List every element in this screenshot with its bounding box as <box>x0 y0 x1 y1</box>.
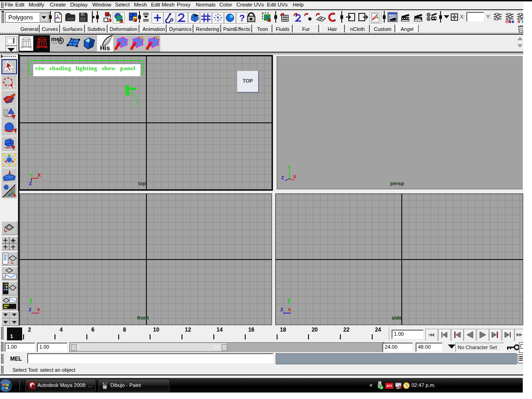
svg-text:z: z <box>280 306 284 313</box>
svg-text:x: x <box>37 306 41 313</box>
svg-text:x: x <box>293 173 296 180</box>
svg-text:z: z <box>29 180 32 187</box>
svg-text:?: ? <box>239 13 245 23</box>
svg-text:IPR: IPR <box>415 18 421 22</box>
svg-text:z: z <box>29 306 32 313</box>
svg-text:z: z <box>281 174 284 181</box>
svg-text:Y: Y <box>287 164 291 171</box>
svg-text:His: His <box>100 44 110 52</box>
svg-text:x: x <box>288 306 291 313</box>
svg-text:X: X <box>37 172 41 178</box>
svg-text:mel: mel <box>51 36 61 42</box>
